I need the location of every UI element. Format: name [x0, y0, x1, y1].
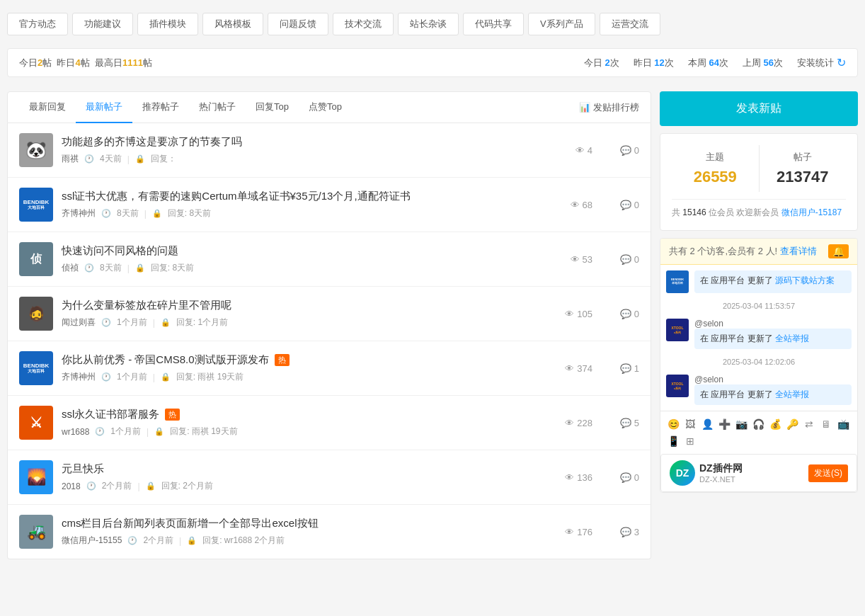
online-header: 共有 2 个访客,会员有 2 人! 查看详情 🔔 [660, 239, 857, 265]
headset-icon[interactable]: 🎧 [751, 417, 765, 431]
comment-icon: 💬 [620, 472, 631, 483]
post-title-link[interactable]: 功能超多的齐博这是要凉了的节奏了吗 [62, 135, 242, 149]
post-title[interactable]: 你比从前优秀 - 帝国CMS8.0测试版开源发布 热 [62, 353, 549, 367]
screen-icon[interactable]: 🖥 [819, 417, 833, 431]
comment-num: 0 [634, 472, 639, 483]
post-title[interactable]: ssl证书大优惠，有需要的速购Certum单域名证书¥35元/13个月,通配符证… [62, 190, 549, 203]
new-post-button[interactable]: 发表新贴 [660, 91, 858, 126]
post-content: ssl永久证书部署服务 热 wr1688 🕐 1个月前 | 🔒 回复: 雨祺 1… [62, 408, 549, 438]
table-row: 🌄 元旦快乐 2018 🕐 2个月前 | 🔒 回复: 2个月前 [8, 450, 651, 505]
list-item: BENDIBK 本地百科 在 应用平台 更新了 源码下载站方案 [666, 270, 852, 293]
tab-latest-post[interactable]: 最新帖子 [76, 92, 132, 123]
grid-icon[interactable]: ⊞ [683, 434, 697, 448]
right-panel: 发表新贴 主题 26559 帖子 213747 共 15146 位会员 欢迎新会… [660, 91, 858, 559]
tv-icon[interactable]: 📺 [836, 417, 850, 431]
eye-icon: 👁 [565, 309, 574, 319]
add-icon[interactable]: ➕ [717, 417, 731, 431]
topic-stat-cell: 主题 26559 [672, 145, 760, 192]
chat-link[interactable]: 全站举报 [775, 333, 809, 343]
chat-link[interactable]: 源码下载站方案 [775, 275, 835, 285]
top-nav-item-code[interactable]: 代码共享 [463, 13, 524, 35]
key-icon[interactable]: 🔑 [785, 417, 799, 431]
image-icon[interactable]: 🖼 [683, 417, 697, 431]
top-nav-item-official[interactable]: 官方动态 [7, 13, 68, 35]
chat-avatar: XTOOL x系列 [666, 319, 689, 341]
top-nav-item-plugins[interactable]: 插件模块 [137, 13, 198, 35]
transfer-icon[interactable]: ⇄ [802, 417, 816, 431]
dz-site-sub: DZ-X.NET [699, 475, 743, 484]
avatar: BENDIBK 大地百科 [19, 188, 53, 222]
post-meta: 侦祯 🕐 8天前 | 🔒 回复: 8天前 [62, 262, 549, 274]
top-nav-item-tech[interactable]: 技术交流 [333, 13, 394, 35]
post-title[interactable]: 功能超多的齐博这是要凉了的节奏了吗 [62, 135, 549, 149]
post-reply-info: 回复: 雨祺 19天前 [170, 426, 237, 438]
top-nav-item-webmaster[interactable]: 站长杂谈 [398, 13, 459, 35]
view-num: 68 [583, 200, 592, 210]
lastweek-visits: 上周 56次 [743, 57, 783, 69]
post-title-link[interactable]: 元旦快乐 [62, 462, 104, 476]
tab-reply-top[interactable]: 回复Top [246, 92, 299, 123]
emoji-icon[interactable]: 😊 [666, 417, 680, 431]
comment-icon: 💬 [620, 418, 631, 428]
comment-num: 3 [634, 527, 639, 537]
post-time: 1个月前 [110, 426, 141, 438]
tab-latest-reply[interactable]: 最新回复 [19, 92, 76, 123]
view-num: 4 [588, 145, 592, 156]
chat-bubble-group: @selon 在 应用平台 更新了 全站举报 [694, 319, 852, 349]
post-content: ssl证书大优惠，有需要的速购Certum单域名证书¥35元/13个月,通配符证… [62, 190, 549, 219]
post-title-link[interactable]: cms栏目后台新闻列表页面新增一个全部导出excel按钮 [62, 517, 319, 530]
bell-button[interactable]: 🔔 [828, 244, 849, 258]
tabs-bar: 最新回复 最新帖子 推荐帖子 热门帖子 回复Top 点赞Top 📊 发贴排行榜 [7, 91, 651, 123]
tab-like-top[interactable]: 点赞Top [299, 92, 352, 123]
view-count: 👁 68 [557, 200, 592, 210]
top-nav-item-feedback[interactable]: 问题反馈 [268, 13, 328, 35]
tab-hot[interactable]: 热门帖子 [189, 92, 246, 123]
send-button[interactable]: 发送(S) [808, 464, 848, 482]
post-title-link[interactable]: 你比从前优秀 - 帝国CMS8.0测试版开源发布 [62, 353, 269, 367]
topic-label: 主题 [677, 151, 753, 164]
rank-tab[interactable]: 📊 发贴排行榜 [579, 93, 639, 122]
phone-icon[interactable]: 📱 [666, 434, 680, 448]
top-nav-item-suggestion[interactable]: 功能建议 [72, 13, 133, 35]
post-reply-info: 回复: 2个月前 [161, 480, 213, 492]
post-title[interactable]: 为什么变量标签放在碎片里不管用呢 [62, 299, 549, 312]
top-nav-item-ops[interactable]: 运营交流 [600, 13, 660, 35]
top-nav-item-themes[interactable]: 风格模板 [202, 13, 263, 35]
post-title[interactable]: 元旦快乐 [62, 462, 549, 476]
post-title-link[interactable]: ssl永久证书部署服务 [62, 408, 159, 421]
tab-recommended[interactable]: 推荐帖子 [132, 92, 189, 123]
video-icon[interactable]: 📷 [734, 417, 748, 431]
view-count: 👁 136 [557, 472, 592, 483]
top-nav-item-vseries[interactable]: V系列产品 [528, 13, 595, 35]
eye-icon: 👁 [565, 472, 574, 483]
coin-icon[interactable]: 💰 [768, 417, 782, 431]
post-title-link[interactable]: ssl证书大优惠，有需要的速购Certum单域名证书¥35元/13个月,通配符证… [62, 190, 411, 203]
avatar: BENDIBK 大地百科 [19, 351, 53, 385]
chat-messages: BENDIBK 本地百科 在 应用平台 更新了 源码下载站方案 2025-03-… [660, 265, 857, 411]
view-count: 👁 228 [557, 418, 592, 428]
chat-link[interactable]: 全站举报 [775, 389, 809, 399]
view-num: 176 [577, 527, 592, 537]
post-title[interactable]: cms栏目后台新闻列表页面新增一个全部导出excel按钮 [62, 517, 549, 530]
post-title-link[interactable]: 为什么变量标签放在碎片里不管用呢 [62, 299, 231, 312]
post-time: 8天前 [117, 207, 139, 219]
stats-bar: 今日2帖 昨日4帖 最高日1111帖 今日 2次 昨日 12次 本周 64次 上… [7, 48, 858, 77]
post-title-link[interactable]: 快速访问不同风格的问题 [62, 244, 178, 258]
user-icon[interactable]: 👤 [700, 417, 714, 431]
new-member-link[interactable]: 微信用户-15187 [781, 207, 842, 217]
post-title[interactable]: ssl永久证书部署服务 热 [62, 408, 549, 421]
online-detail-link[interactable]: 查看详情 [780, 246, 817, 256]
online-card: 共有 2 个访客,会员有 2 人! 查看详情 🔔 BENDIBK 本地百科 在 … [660, 238, 858, 493]
post-stats: 👁 105 💬 0 [557, 309, 639, 319]
avatar: 侦 [19, 242, 53, 276]
post-author: 2018 [62, 481, 81, 491]
eye-icon: 👁 [565, 363, 574, 374]
view-count: 👁 105 [557, 309, 592, 319]
post-meta: 2018 🕐 2个月前 | 🔒 回复: 2个月前 [62, 480, 549, 492]
view-count: 👁 176 [557, 527, 592, 537]
install-stat[interactable]: 安装统计 ↻ [797, 56, 846, 69]
post-meta: wr1688 🕐 1个月前 | 🔒 回复: 雨祺 19天前 [62, 426, 549, 438]
comment-count: 💬 0 [604, 254, 639, 265]
avatar: 🐼 [19, 133, 53, 167]
post-title[interactable]: 快速访问不同风格的问题 [62, 244, 549, 258]
